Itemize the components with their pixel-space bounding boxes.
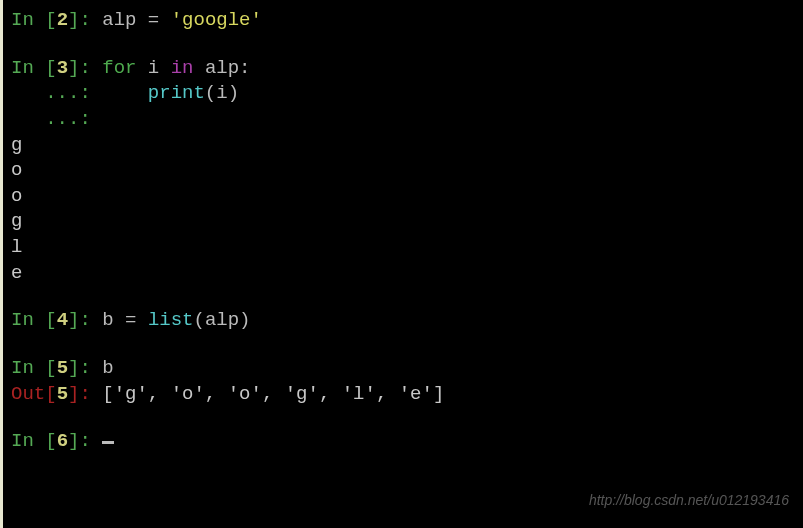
continuation-line[interactable]: ...: print(i) <box>11 81 795 107</box>
code-function: list <box>148 309 194 331</box>
stdout-line: l <box>11 235 795 261</box>
input-cell-2[interactable]: In [2]: alp = 'google' <box>11 8 795 34</box>
code-string: 'google' <box>171 9 262 31</box>
prompt-in: In [4]: <box>11 309 102 331</box>
stdout-line: g <box>11 209 795 235</box>
output-cell-5: Out[5]: ['g', 'o', 'o', 'g', 'l', 'e'] <box>11 382 795 408</box>
code-keyword-for: for <box>102 57 136 79</box>
code-variable: b <box>102 309 113 331</box>
code-variable: b <box>102 357 113 379</box>
prompt-in: In [2]: <box>11 9 102 31</box>
continuation-prompt: ...: <box>11 82 102 104</box>
stdout-line: o <box>11 184 795 210</box>
continuation-line[interactable]: ...: <box>11 107 795 133</box>
input-cell-6[interactable]: In [6]: <box>11 429 795 455</box>
code-operator: = <box>136 9 170 31</box>
continuation-prompt: ...: <box>11 108 102 130</box>
cursor <box>102 441 114 444</box>
code-variable: alp <box>102 9 136 31</box>
input-cell-5[interactable]: In [5]: b <box>11 356 795 382</box>
code-keyword-in: in <box>171 57 194 79</box>
prompt-in: In [3]: <box>11 57 102 79</box>
stdout-line: o <box>11 158 795 184</box>
input-cell-3[interactable]: In [3]: for i in alp: <box>11 56 795 82</box>
stdout-line: e <box>11 261 795 287</box>
input-cell-4[interactable]: In [4]: b = list(alp) <box>11 308 795 334</box>
output-value: ['g', 'o', 'o', 'g', 'l', 'e'] <box>102 383 444 405</box>
stdout-line: g <box>11 133 795 159</box>
prompt-in: In [5]: <box>11 357 102 379</box>
prompt-out: Out[5]: <box>11 383 102 405</box>
code-function: print <box>148 82 205 104</box>
watermark: http://blog.csdn.net/u012193416 <box>589 491 789 510</box>
prompt-in: In [6]: <box>11 430 102 452</box>
